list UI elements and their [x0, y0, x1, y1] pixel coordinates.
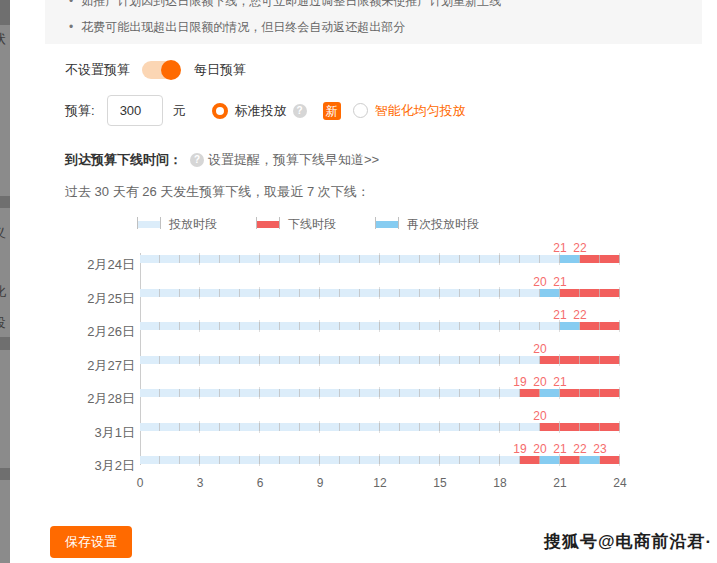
daily-budget-label: 每日预算 [194, 61, 246, 79]
chart-date-label: 2月28日 [40, 390, 135, 408]
legend-swatch-icon [376, 221, 398, 228]
offline-hour-label: 20 [528, 342, 552, 356]
sidebar-text-fragment: 投 [0, 314, 6, 332]
legend-item-delivery[interactable]: 投放时段 [138, 216, 217, 233]
standard-delivery-radio[interactable] [212, 103, 228, 119]
no-budget-label: 不设置预算 [65, 61, 130, 79]
budget-mode-row: 不设置预算 每日预算 [65, 61, 246, 79]
x-axis-tick-label: 9 [307, 476, 333, 490]
legend-label: 投放时段 [169, 216, 217, 233]
notice-item: 花费可能出现超出日限额的情况，但日终会自动返还超出部分 [69, 14, 692, 40]
x-axis-tick-label: 0 [127, 476, 153, 490]
sidebar-text-fragment: 义 [0, 224, 6, 242]
offline-hour-label: 22 [568, 241, 592, 255]
legend-label: 下线时段 [288, 216, 336, 233]
chart-legend: 投放时段下线时段再次投放时段 [138, 216, 479, 233]
budget-unit-label: 元 [173, 102, 186, 120]
legend-item-offline[interactable]: 下线时段 [257, 216, 336, 233]
chart-date-label: 2月25日 [40, 290, 135, 308]
save-settings-button[interactable]: 保存设置 [50, 526, 132, 558]
offline-stats-text: 过去 30 天有 26 天发生预算下线，取最近 7 次下线： [65, 183, 370, 201]
sidebar-band [0, 0, 10, 25]
budget-toggle[interactable] [142, 61, 180, 79]
notice-list: 如推广计划因到达日限额下线，您可立即通过调整日限额来使推广计划重新上线 花费可能… [69, 0, 692, 40]
notice-item: 如推广计划因到达日限额下线，您可立即通过调整日限额来使推广计划重新上线 [69, 0, 692, 14]
standard-delivery-label: 标准投放 [235, 102, 287, 120]
legend-item-redelivery[interactable]: 再次投放时段 [376, 216, 479, 233]
smart-delivery-radio[interactable] [353, 103, 368, 118]
legend-swatch-icon [257, 221, 279, 228]
sidebar-text-fragment: 状 [0, 30, 6, 48]
help-icon[interactable]: ? [190, 153, 204, 167]
hour-ticks [140, 389, 620, 397]
hour-ticks [140, 456, 620, 464]
hour-ticks [140, 356, 620, 364]
new-badge: 新 [323, 102, 341, 120]
legend-swatch-icon [138, 221, 160, 228]
hour-ticks [140, 255, 620, 263]
chart-date-label: 3月2日 [40, 457, 135, 475]
offline-hour-label: 22 [568, 308, 592, 322]
offline-hour-label: 21 [548, 375, 572, 389]
sidebar-band [0, 468, 10, 480]
offline-time-row: 到达预算下线时间： ? 设置提醒，预算下线早知道>> [65, 151, 379, 169]
set-reminder-link[interactable]: 设置提醒，预算下线早知道>> [208, 151, 379, 169]
hour-ticks [140, 289, 620, 297]
offline-chart: 2月24日21222月25日20212月26日21222月27日202月28日1… [0, 250, 702, 500]
x-axis-tick-label: 24 [607, 476, 633, 490]
offline-hour-label: 21 [548, 275, 572, 289]
budget-notice-box: 如推广计划因到达日限额下线，您可立即通过调整日限额来使推广计划重新上线 花费可能… [45, 0, 702, 44]
chart-date-label: 3月1日 [40, 424, 135, 442]
offline-time-title: 到达预算下线时间： [65, 151, 182, 169]
x-axis-tick-label: 15 [427, 476, 453, 490]
offline-hour-label: 20 [528, 409, 552, 423]
budget-amount-row: 预算: 元 标准投放 ? 新 智能化均匀投放 [65, 95, 466, 126]
sidebar-text-fragment: 化 [0, 283, 6, 301]
x-axis-tick-label: 12 [367, 476, 393, 490]
sidebar-band [0, 196, 10, 208]
x-axis-tick-label: 21 [547, 476, 573, 490]
toggle-knob-icon [161, 60, 181, 80]
x-axis-tick-label: 3 [187, 476, 213, 490]
budget-field-label: 预算: [65, 102, 95, 120]
smart-delivery-label: 智能化均匀投放 [375, 102, 466, 120]
budget-input[interactable] [107, 95, 163, 126]
hour-ticks [140, 322, 620, 330]
hour-ticks [140, 423, 620, 431]
sidebar-band [0, 337, 10, 350]
watermark-text: 搜狐号@电商前沿君· [544, 530, 712, 553]
offline-hour-label: 23 [588, 442, 612, 456]
help-icon[interactable]: ? [293, 104, 307, 118]
chart-date-label: 2月27日 [40, 357, 135, 375]
x-axis-tick-label: 6 [247, 476, 273, 490]
x-axis-tick-label: 18 [487, 476, 513, 490]
chart-date-label: 2月24日 [40, 256, 135, 274]
background-sidebar-strip: 状 义 化 投 [0, 0, 10, 563]
chart-date-label: 2月26日 [40, 323, 135, 341]
legend-label: 再次投放时段 [407, 216, 479, 233]
